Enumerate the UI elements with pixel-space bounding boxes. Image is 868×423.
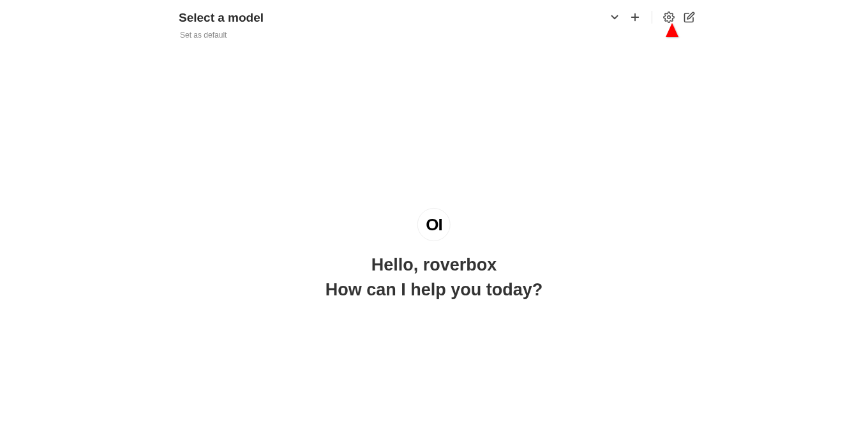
plus-icon <box>629 11 641 23</box>
new-chat-button[interactable] <box>683 11 696 24</box>
chevron-down-icon <box>609 11 620 23</box>
model-selector-section: Select a model Set as default <box>179 10 264 40</box>
gear-icon <box>663 11 675 23</box>
top-bar: Select a model Set as default <box>179 10 696 40</box>
welcome-section: OI Hello, roverbox How can I help you to… <box>326 208 543 301</box>
model-selector-title[interactable]: Select a model <box>179 10 264 27</box>
set-default-link[interactable]: Set as default <box>180 31 264 40</box>
header-divider <box>652 11 652 24</box>
model-dropdown-button[interactable] <box>608 11 621 24</box>
greeting-line2: How can I help you today? <box>326 279 543 301</box>
logo-text: OI <box>426 215 442 235</box>
header-icon-group <box>608 11 696 24</box>
add-model-button[interactable] <box>629 11 641 24</box>
edit-icon <box>684 11 695 23</box>
settings-button[interactable] <box>662 11 675 24</box>
greeting-line1: Hello, roverbox <box>371 254 497 276</box>
svg-point-2 <box>668 16 671 19</box>
app-logo: OI <box>417 208 451 241</box>
